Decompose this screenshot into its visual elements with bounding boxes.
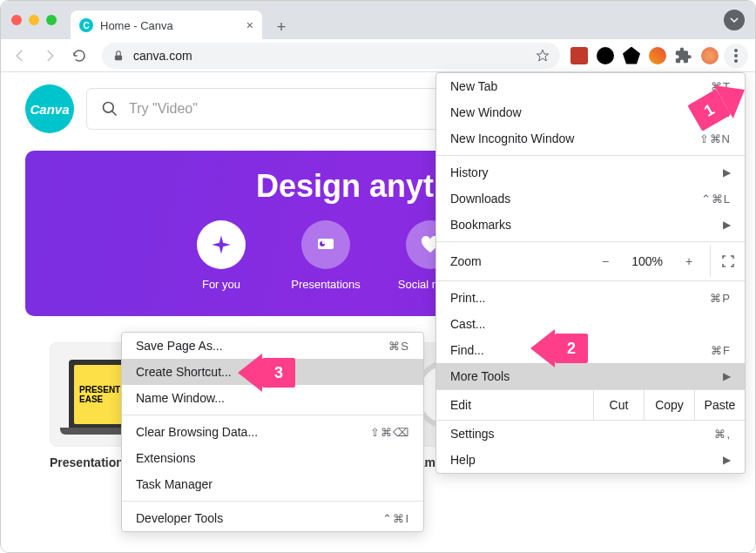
presentation-icon <box>301 220 350 269</box>
svg-point-1 <box>734 49 738 52</box>
menu-cast[interactable]: Cast... <box>436 311 745 337</box>
extensions-puzzle-icon[interactable] <box>675 47 692 64</box>
minimize-window-button[interactable] <box>29 15 39 25</box>
menu-more-tools[interactable]: More Tools▶ <box>436 363 745 389</box>
browser-toolbar: canva.com <box>1 39 755 72</box>
menu-downloads[interactable]: Downloads⌃⌘L <box>436 185 745 212</box>
chrome-menu-button[interactable] <box>724 44 748 68</box>
tab-overflow-button[interactable] <box>724 10 745 30</box>
hero-item-for-you[interactable]: For you <box>182 220 260 291</box>
menu-zoom: Zoom − 100% + <box>436 246 745 277</box>
profile-avatar[interactable] <box>701 47 719 64</box>
submenu-clear-browsing[interactable]: Clear Browsing Data...⇧⌘⌫ <box>122 419 423 445</box>
submenu-task-manager[interactable]: Task Manager <box>122 471 423 497</box>
zoom-value: 100% <box>631 254 663 268</box>
tab-strip: C Home - Canva × + <box>71 1 294 39</box>
close-tab-icon[interactable]: × <box>246 18 253 32</box>
lock-icon <box>112 50 125 62</box>
canva-logo[interactable]: Canva <box>25 84 74 133</box>
svg-point-2 <box>734 54 738 57</box>
tab-title: Home - Canva <box>100 19 173 32</box>
url-text: canva.com <box>133 49 192 63</box>
extension-icon-4[interactable] <box>649 47 666 64</box>
submenu-developer-tools[interactable]: Developer Tools⌃⌘I <box>122 505 423 531</box>
menu-find[interactable]: Find...⌘F <box>436 337 745 363</box>
callout-3: 3 <box>238 354 295 392</box>
menu-new-incognito[interactable]: New Incognito Window⇧⌘N <box>436 125 745 152</box>
reload-button[interactable] <box>67 44 91 68</box>
canva-favicon: C <box>79 18 93 32</box>
search-icon <box>101 100 118 118</box>
fullscreen-window-button[interactable] <box>46 15 57 25</box>
svg-point-4 <box>104 103 114 113</box>
search-placeholder: Try "Video" <box>129 101 198 117</box>
hero-item-presentations[interactable]: Presentations <box>287 220 365 291</box>
fullscreen-button[interactable] <box>710 246 745 277</box>
zoom-out-button[interactable]: − <box>597 254 614 268</box>
zoom-in-button[interactable]: + <box>680 254 698 268</box>
chrome-main-menu: New Tab⌘T New Window⌘N New Incognito Win… <box>435 72 746 474</box>
extension-icon-1[interactable] <box>570 47 588 64</box>
window-titlebar: C Home - Canva × + <box>1 1 755 39</box>
callout-2: 2 <box>530 329 588 368</box>
extension-icons <box>570 47 719 64</box>
menu-print[interactable]: Print...⌘P <box>436 285 745 311</box>
address-bar[interactable]: canva.com <box>102 43 560 69</box>
back-button[interactable] <box>8 44 32 68</box>
traffic-lights <box>11 15 57 25</box>
new-tab-button[interactable]: + <box>269 15 294 39</box>
menu-settings[interactable]: Settings⌘, <box>436 421 745 447</box>
star-icon[interactable] <box>536 49 550 63</box>
svg-rect-0 <box>115 55 122 60</box>
pocket-icon[interactable] <box>597 47 614 64</box>
menu-history[interactable]: History▶ <box>436 159 745 185</box>
close-window-button[interactable] <box>11 15 22 25</box>
menu-help[interactable]: Help▶ <box>436 447 745 473</box>
svg-point-3 <box>734 59 738 63</box>
extension-icon-3[interactable] <box>623 47 640 64</box>
menu-cut[interactable]: Cut <box>593 390 644 420</box>
sparkle-icon <box>197 220 246 269</box>
menu-paste[interactable]: Paste <box>694 390 745 420</box>
menu-copy[interactable]: Copy <box>644 390 694 420</box>
menu-edit-row: Edit Cut Copy Paste <box>436 389 745 421</box>
forward-button[interactable] <box>37 44 62 68</box>
browser-tab[interactable]: C Home - Canva × <box>71 10 262 40</box>
submenu-extensions[interactable]: Extensions <box>122 445 423 471</box>
menu-bookmarks[interactable]: Bookmarks▶ <box>436 212 745 238</box>
